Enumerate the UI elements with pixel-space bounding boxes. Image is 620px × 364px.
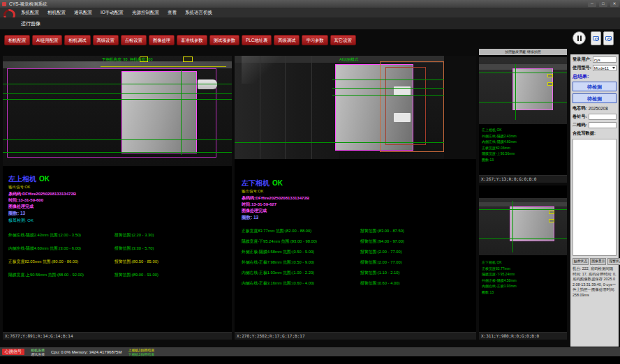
tab-advanced-debug[interactable]: 高级调试 [274, 35, 300, 45]
camera-save-button[interactable] [603, 31, 614, 45]
measure-line-green [3, 152, 232, 153]
machine-band [3, 61, 232, 68]
process-status: 图像处理完成 [8, 204, 34, 210]
alarm-status-button[interactable]: 报警状态 [607, 258, 620, 265]
camera-capture-button[interactable] [591, 31, 601, 45]
run-image-tab[interactable]: 运行图像 [0, 17, 620, 29]
trigger-note: 拍照触发屏蔽 继续拍照 [479, 49, 567, 55]
measure-line-green [479, 238, 567, 239]
measure-line-green [3, 93, 232, 94]
barcode-text: 条码码:DFffire2025020813313472B [242, 195, 309, 202]
measure-line-green [515, 64, 516, 120]
machine-edge [260, 56, 260, 159]
total-result-label: 总结果: [573, 73, 617, 80]
pin-number-field[interactable] [589, 114, 617, 120]
pin-number-label: 卷针号: [573, 114, 587, 120]
login-user-label: 登录用户: [573, 56, 591, 63]
tab-baseline-params[interactable]: 基准线参数 [177, 35, 207, 45]
light-streak [242, 56, 283, 84]
tab-image-processing[interactable]: 图像处理 [149, 35, 175, 45]
menu-item-comm-config[interactable]: 通讯配置 [74, 10, 92, 16]
camera-result-title: 左下相机OK [242, 179, 283, 188]
process-status: 图像处理完成 [242, 208, 267, 214]
batch-write-label: 合批写数据: [573, 130, 617, 137]
pause-button[interactable] [573, 31, 586, 45]
lower-camera-message: 下相机1拍照结束 [128, 352, 154, 356]
menu-item-view[interactable]: 查看 [168, 10, 177, 16]
settings-toolbar: 相机配置 AI使用配置 相机调试 高级设置 点检设置 图像处理 基准线参数 测试… [4, 35, 356, 45]
time-text: 时间:13-31-59-627 [242, 202, 276, 208]
login-user-field[interactable]: cys [593, 56, 617, 63]
qr-code-field[interactable] [589, 122, 617, 128]
cell-code-value: 20250208 [589, 106, 608, 111]
capture-messages: 上相机1拍照结束 下相机1拍照结束 [128, 348, 154, 356]
result-display-bottom: 待检测 [573, 93, 617, 103]
model-select[interactable]: Mode11 [593, 65, 617, 71]
time-text: 时间:13-31-59-600 [8, 197, 43, 204]
measurement-row: 外侧右线-正极7.98mm 范围:(0.50 - 9.00)报警范围:(2.00… [242, 257, 404, 268]
tab-connector [198, 79, 217, 89]
maximize-button[interactable]: □ [599, 1, 607, 7]
left-camera-panel: 下相机高度: 93. 相机高度:100 左上相机OK 输出信号:OK 条码码:D… [3, 56, 232, 340]
cell-region [510, 206, 554, 241]
comm-link-status: 通讯连接 [31, 352, 45, 356]
pixel-coordinate-readout: X:7677;Y:891;R:14;G:14;B:14 [3, 332, 232, 340]
ai-mode-label: AI识别模式 [339, 57, 358, 62]
measure-line-green [235, 142, 476, 143]
data-list-area[interactable] [573, 139, 617, 256]
preview-top-image[interactable] [479, 57, 567, 124]
value-highlight-box [183, 56, 193, 62]
value-highlight-box [549, 211, 554, 214]
cell-code-label: 电芯码: [573, 105, 587, 112]
measurement-rows: 外侧左线-隔膜2.43mm 范围:(2.00 - 3.50)报警范围:(2.20… [8, 229, 158, 282]
pixel-coordinate-readout: X:311;Y:980;R:0;G:0;B:0 [479, 332, 567, 340]
tab-learning-params[interactable]: 学习参数 [302, 35, 327, 45]
tab-camera-debug[interactable]: 相机调试 [64, 35, 90, 45]
measure-line-green [3, 99, 232, 100]
image-display-button[interactable]: 图像显示 [590, 258, 606, 265]
side-panel: 登录用户: cys 使用型号: Mode11 总结果: 待检测 待检测 电芯码:… [570, 54, 619, 347]
chevron-down-icon [612, 67, 615, 69]
tab-advanced-settings[interactable]: 高级设置 [93, 35, 119, 45]
menu-item-language[interactable]: 系统语言切换 [185, 10, 212, 16]
runtime-stats-text: 机台: 222, 底码检测间隔时间: 17, 底码分辨时间: 0, 底码图像数据… [573, 266, 617, 298]
preview-text-block: 左下相机 OK 正极宽度83.77mm 隔膜宽度-下95.24mm 外侧正极-隔… [482, 259, 517, 295]
measure-line-green [479, 73, 567, 73]
trigger-status-button[interactable]: 触发状态 [573, 258, 589, 265]
menu-item-light-control[interactable]: 光源控制配置 [132, 10, 159, 16]
camera-icon [593, 36, 599, 40]
ai-inner-box [385, 67, 426, 145]
measure-line-green [479, 209, 567, 210]
menu-item-io-manual[interactable]: IO手动配置 [101, 10, 124, 16]
menu-item-camera-config[interactable]: 相机配置 [47, 10, 66, 16]
turn-count: 圈数: 13 [242, 215, 258, 221]
close-button[interactable]: ✕ [610, 1, 619, 7]
minimize-button[interactable]: ─ [588, 1, 596, 7]
measure-line-green [512, 201, 513, 252]
output-signal: 输出信号:OK [8, 185, 30, 190]
cpu-memory-readout: Cpu: 0.0% Memory: 3424.41796875M [51, 350, 121, 354]
camera-name: 左上相机 [8, 175, 36, 183]
model-label: 使用型号: [573, 65, 591, 71]
tab-blob [394, 113, 411, 122]
preview-text-block: 左上相机 OK 外侧左线-隔膜2.43mm 内侧左线-隔膜4.60mm 正极宽度… [482, 127, 517, 162]
preview-bottom-image[interactable] [479, 198, 567, 255]
left-camera-image[interactable]: 下相机高度: 93. 相机高度:100 [3, 56, 232, 166]
tab-plc-address[interactable]: PLC地址表 [242, 35, 272, 45]
machine-edge [285, 56, 286, 159]
tab-ai-usage[interactable]: AI使用配置 [32, 35, 62, 45]
tab-other-settings[interactable]: 其它设置 [330, 35, 356, 45]
tab-camera-config[interactable]: 相机配置 [4, 35, 30, 45]
menu-item-system-config[interactable]: 系统配置 [21, 10, 39, 16]
measure-line-green [479, 102, 567, 103]
camera-result-title: 左上相机OK [8, 174, 50, 184]
right-camera-image[interactable]: AI识别模式 [235, 56, 476, 159]
measurement-row: 外侧左线-隔膜2.43mm 范围:(2.00 - 3.50)报警范围:(2.20… [8, 229, 158, 242]
measure-line-green [3, 139, 232, 140]
measure-line-green [3, 84, 232, 84]
tab-spot-check[interactable]: 点检设置 [121, 35, 147, 45]
app-icon [2, 2, 6, 6]
tab-test-params[interactable]: 测试项参数 [209, 35, 239, 45]
pixel-coordinate-readout: X:270;Y:2502;R:17;G:17;B:17 [235, 332, 476, 340]
camera-name: 左下相机 [242, 179, 270, 187]
